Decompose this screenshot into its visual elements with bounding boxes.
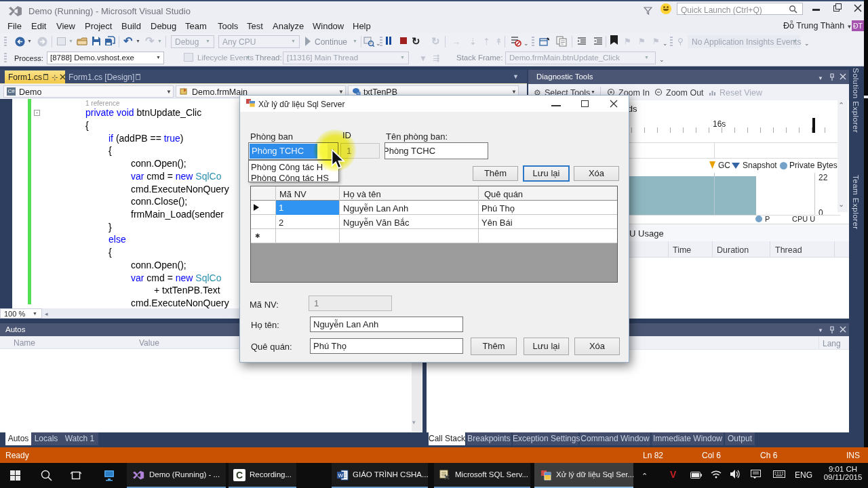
svg-text:W: W (338, 472, 344, 479)
